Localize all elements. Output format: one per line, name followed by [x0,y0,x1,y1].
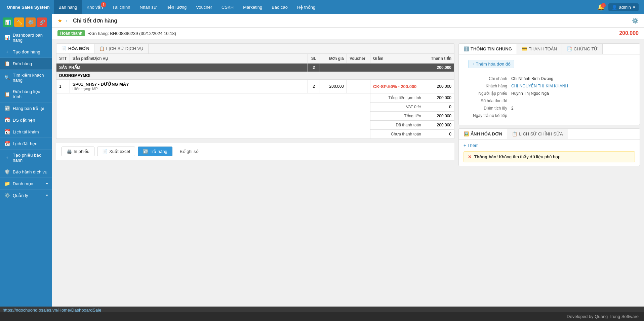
nav-voucher[interactable]: Voucher [191,0,217,14]
sidebar-icon-chart[interactable]: 📊 [3,17,13,27]
col-product: Sản phẩm/Dịch vụ [70,54,308,64]
nav-cskh[interactable]: CSKH [217,0,238,14]
nav-kho-van[interactable]: Kho vận 1 [82,0,108,14]
page-settings-icon[interactable]: ⚙️ [632,17,639,24]
sidebar-item-returns[interactable]: ↩️ Hàng bán trả lại [0,103,52,114]
sidebar-item-label: Tìm kiếm khách hàng [13,73,48,83]
search-icon: 🔍 [4,75,10,80]
tab-history[interactable]: 📋 LỊCH SỬ DỊCH VỤ [94,44,149,53]
col-qty: SL [308,54,320,64]
photo-card: 🖼️ ẢNH HÓA ĐƠN 📋 LỊCH SỬ CHỈNH SỬA + Thê… [458,128,640,166]
sidebar-icon-settings[interactable]: ⚙️ [26,17,36,27]
user-menu[interactable]: 👤 admin ▾ [608,3,639,11]
add-hoa-don-section: + Thêm hóa đơn đỏ [459,54,640,72]
sidebar-item-create-order[interactable]: + Tạo đơn hàng [0,46,52,58]
sidebar-icon-edit[interactable]: ✏️ [14,17,24,27]
order-bar: Hoàn thành Đơn hàng: BH008396239 (30/12/… [52,28,644,39]
sidebar-item-search-customer[interactable]: 🔍 Tìm kiếm khách hàng [0,70,52,86]
tab-anh-hoa-don[interactable]: 🖼️ ẢNH HÓA ĐƠN [459,129,507,139]
add-photo-button[interactable]: + Thêm [464,143,479,148]
sidebar-icon-link[interactable]: 🔗 [37,17,47,27]
section-amount: 200.000 [424,64,454,72]
bo-ghi-so-button[interactable]: Bổ ghi số [175,147,203,156]
row-price: 200.000 [320,80,347,93]
nav-marketing[interactable]: Marketing [238,0,267,14]
info-row-invoice-no: Số hóa đơn đỏ [464,98,635,103]
info-icon: ℹ️ [464,46,469,51]
tab-invoice[interactable]: 📄 HÓA ĐƠN [56,44,94,53]
warning-text: Không tìm thấy dữ liệu phù hợp. [499,154,562,159]
sidebar-item-appointments[interactable]: 📅 DS đặt hẹn [0,114,52,126]
tab-lich-su-chinh-sua[interactable]: 📋 LỊCH SỬ CHỈNH SỬA [507,129,568,139]
row-stt: 1 [56,80,70,93]
sidebar-item-revisit[interactable]: 📆 Lịch tái khám [0,126,52,138]
sidebar-item-label: Bảo hành dịch vụ [13,169,47,174]
tab-thong-tin-chung[interactable]: ℹ️ THÔNG TIN CHUNG [459,44,517,54]
nav-tien-luong[interactable]: Tiền lương [161,0,192,14]
sidebar-item-category[interactable]: 📁 Danh mục ▾ [0,178,52,190]
invoice-tab-icon: 📄 [61,46,67,51]
content-area: 📄 HÓA ĐƠN 📋 LỊCH SỬ DỊCH VỤ STT Sản phẩm… [52,39,644,169]
plus-icon: + [464,143,466,148]
order-status-badge: Hoàn thành [57,30,85,36]
summary-row-2: VAT 0 % 0 [56,103,454,112]
summary-row-4: Đã thanh toán 200.000 [56,121,454,130]
col-price: Đơn giá [320,54,347,64]
info-row-points: Điểm tích lũy 2 [464,106,635,111]
sidebar-item-dashboard[interactable]: 📊 Dashboard bán hàng [0,30,52,46]
kho-van-badge: 1 [101,2,106,7]
nav-ban-hang[interactable]: Bán hàng [54,0,82,14]
info-row-next-payment: Ngày trả nợ kế tiếp [464,113,635,118]
sidebar-item-label: Đơn hàng liệu trình [13,89,48,99]
sidebar-item-manage[interactable]: ⚙️ Quản lý ▾ [0,190,52,201]
page-title: Chi tiết đơn hàng [73,17,117,24]
bottom-bar: 🖨️ In phiếu 📄 Xuất excel ↩️ Trả hàng Bổ … [56,143,454,160]
print-icon: 🖨️ [67,149,72,154]
row-total: 200.000 [424,80,454,93]
points-value: 2 [511,106,514,111]
doc-icon: 📑 [567,46,572,51]
brand-logo: Online Sales System [3,5,54,10]
tab-thanh-toan[interactable]: 💳 THANH TOÁN [517,44,562,54]
nav-bao-cao[interactable]: Báo cáo [267,0,292,14]
return-icon: ↩️ [143,149,148,154]
sidebar: 📊 ✏️ ⚙️ 🔗 📊 Dashboard bán hàng + Tạo đơn… [0,14,52,321]
info-row-customer: Khách hàng CHỊ NGUYỄN THỊ KIM KHANH [464,84,635,88]
star-icon[interactable]: ★ [57,17,62,24]
nav-tai-chinh[interactable]: Tài chính [108,0,135,14]
summary-row-1: Tổng tiền tạm tính 200.000 [56,93,454,103]
sidebar-item-order-schedule[interactable]: 📋 Đơn hàng liệu trình [0,86,52,103]
customer-value[interactable]: CHỊ NGUYỄN THỊ KIM KHANH [511,84,568,88]
sidebar-item-warranty-create[interactable]: + Tạo phiếu bảo hành [0,150,52,166]
order-info-text: Đơn hàng: BH008396239 (30/12/2024 10:18) [88,31,176,36]
section-label: SẢN PHẨM [56,64,308,72]
export-excel-button[interactable]: 📄 Xuất excel [97,147,135,156]
back-button[interactable]: ← [65,18,70,24]
sidebar-item-label: Dashboard bán hàng [13,33,48,43]
print-button[interactable]: 🖨️ In phiếu [62,147,94,156]
bell-icon[interactable]: 🔔 1 [596,2,606,12]
sidebar-item-label: Quản lý [13,193,28,198]
nav-he-thong[interactable]: Hệ thống [292,0,320,14]
excel-icon: 📄 [102,149,108,154]
return-button[interactable]: ↩️ Trả hàng [138,147,172,156]
section-qty: 2 [308,64,320,72]
sidebar-item-label: Danh mục [13,181,33,186]
order-table: STT Sản phẩm/Dịch vụ SL Đơn giá Voucher … [56,53,454,139]
row-qty: 2 [308,80,320,93]
main-content: ★ ← Chi tiết đơn hàng ⚙️ Hoàn thành Đơn … [52,14,644,321]
chevron-down-icon: ▾ [46,182,48,186]
photo-body: + Thêm ✕ Thông báo! Không tìm thấy dữ li… [459,139,640,166]
nav-nhan-su[interactable]: Nhân sự [135,0,161,14]
tab-chung-tu[interactable]: 📑 CHỨNG TỪ [562,44,603,54]
photo-icon: 🖼️ [464,131,469,136]
sidebar-item-schedule-appt[interactable]: 📅 Lịch đặt hẹn [0,138,52,150]
sidebar-item-orders[interactable]: 📋 Đơn hàng [0,58,52,70]
add-hoa-don-button[interactable]: + Thêm hóa đơn đỏ [468,60,514,68]
info-row-branch: Chi nhánh Chi Nhánh Bình Dương [464,76,635,81]
sidebar-item-label: Tạo phiếu bảo hành [13,153,48,163]
sidebar-item-warranty-service[interactable]: 🛡️ Bảo hành dịch vụ [0,166,52,178]
col-total: Thành tiền [424,54,454,64]
warning-box: ✕ Thông báo! Không tìm thấy dữ liệu phù … [464,151,635,162]
history-tab-icon: 📋 [99,46,105,51]
